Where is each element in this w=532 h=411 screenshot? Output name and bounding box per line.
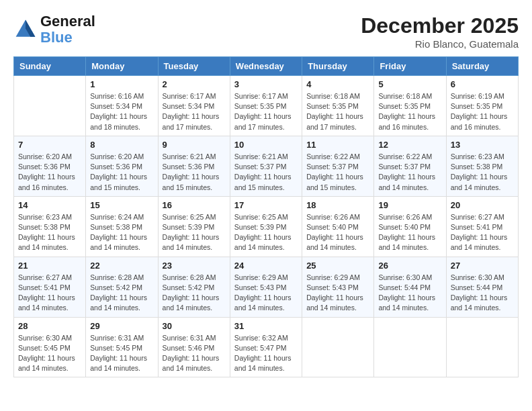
day-number: 21	[18, 261, 81, 271]
calendar-day-cell: 26 Sunrise: 6:30 AM Sunset: 5:44 PM Dayl…	[374, 257, 446, 317]
sunrise-text: Sunrise: 6:21 AM	[163, 152, 216, 161]
sunset-text: Sunset: 5:35 PM	[378, 102, 431, 110]
day-number: 1	[90, 79, 153, 89]
day-info: Sunrise: 6:24 AM Sunset: 5:38 PM Dayligh…	[90, 212, 153, 253]
calendar-day-cell: 25 Sunrise: 6:29 AM Sunset: 5:43 PM Dayl…	[302, 257, 374, 317]
weekday-header: Friday	[374, 57, 446, 76]
calendar-day-cell: 13 Sunrise: 6:23 AM Sunset: 5:38 PM Dayl…	[446, 136, 518, 196]
sunrise-text: Sunrise: 6:27 AM	[451, 213, 504, 221]
sunrise-text: Sunrise: 6:30 AM	[18, 334, 72, 342]
sunrise-text: Sunrise: 6:26 AM	[378, 213, 432, 221]
sunset-text: Sunset: 5:35 PM	[234, 102, 287, 110]
day-info: Sunrise: 6:29 AM Sunset: 5:43 PM Dayligh…	[306, 273, 369, 314]
day-number: 23	[163, 261, 226, 271]
sunrise-text: Sunrise: 6:26 AM	[306, 213, 360, 221]
sunset-text: Sunset: 5:43 PM	[306, 283, 359, 291]
calendar-day-cell: 22 Sunrise: 6:28 AM Sunset: 5:42 PM Dayl…	[86, 257, 158, 317]
day-number: 29	[90, 321, 153, 331]
daylight-text: Daylight: 11 hours and 14 minutes.	[234, 233, 292, 251]
calendar-week-row: 7 Sunrise: 6:20 AM Sunset: 5:36 PM Dayli…	[14, 136, 519, 196]
daylight-text: Daylight: 11 hours and 14 minutes.	[18, 354, 75, 372]
daylight-text: Daylight: 11 hours and 16 minutes.	[18, 173, 75, 191]
sunset-text: Sunset: 5:45 PM	[90, 344, 142, 352]
daylight-text: Daylight: 11 hours and 14 minutes.	[163, 293, 220, 312]
sunrise-text: Sunrise: 6:24 AM	[90, 213, 144, 221]
day-info: Sunrise: 6:20 AM Sunset: 5:36 PM Dayligh…	[90, 152, 153, 193]
day-number: 24	[234, 261, 298, 271]
sunrise-text: Sunrise: 6:30 AM	[378, 273, 432, 281]
daylight-text: Daylight: 11 hours and 15 minutes.	[90, 173, 147, 191]
daylight-text: Daylight: 11 hours and 18 minutes.	[90, 112, 147, 130]
sunrise-text: Sunrise: 6:16 AM	[90, 92, 144, 100]
sunrise-text: Sunrise: 6:22 AM	[378, 152, 432, 161]
sunrise-text: Sunrise: 6:19 AM	[451, 92, 504, 100]
sunrise-text: Sunrise: 6:17 AM	[163, 92, 216, 100]
calendar-day-cell: 4 Sunrise: 6:18 AM Sunset: 5:35 PM Dayli…	[302, 76, 374, 136]
sunrise-text: Sunrise: 6:30 AM	[451, 273, 504, 281]
calendar-week-row: 21 Sunrise: 6:27 AM Sunset: 5:41 PM Dayl…	[14, 257, 519, 317]
day-number: 5	[378, 79, 441, 89]
day-info: Sunrise: 6:21 AM Sunset: 5:37 PM Dayligh…	[234, 152, 298, 193]
day-info: Sunrise: 6:29 AM Sunset: 5:43 PM Dayligh…	[234, 273, 298, 314]
sunset-text: Sunset: 5:38 PM	[451, 163, 503, 171]
calendar-day-cell: 10 Sunrise: 6:21 AM Sunset: 5:37 PM Dayl…	[230, 136, 302, 196]
sunset-text: Sunset: 5:37 PM	[234, 163, 287, 171]
calendar-day-cell: 9 Sunrise: 6:21 AM Sunset: 5:36 PM Dayli…	[158, 136, 230, 196]
calendar-day-cell: 23 Sunrise: 6:28 AM Sunset: 5:42 PM Dayl…	[158, 257, 230, 317]
day-info: Sunrise: 6:27 AM Sunset: 5:41 PM Dayligh…	[18, 273, 81, 314]
calendar-day-cell: 20 Sunrise: 6:27 AM Sunset: 5:41 PM Dayl…	[446, 196, 518, 257]
calendar-day-cell: 7 Sunrise: 6:20 AM Sunset: 5:36 PM Dayli…	[14, 136, 86, 196]
sunset-text: Sunset: 5:42 PM	[90, 283, 142, 291]
sunrise-text: Sunrise: 6:23 AM	[18, 213, 72, 221]
day-number: 25	[306, 261, 369, 271]
day-number: 19	[378, 200, 441, 210]
day-info: Sunrise: 6:23 AM Sunset: 5:38 PM Dayligh…	[18, 212, 81, 253]
sunrise-text: Sunrise: 6:20 AM	[18, 152, 72, 161]
daylight-text: Daylight: 11 hours and 14 minutes.	[451, 233, 508, 251]
sunrise-text: Sunrise: 6:23 AM	[451, 152, 504, 161]
calendar-day-cell: 6 Sunrise: 6:19 AM Sunset: 5:35 PM Dayli…	[446, 76, 518, 136]
day-number: 8	[90, 140, 153, 150]
calendar-day-cell: 1 Sunrise: 6:16 AM Sunset: 5:34 PM Dayli…	[86, 76, 158, 136]
day-number: 20	[451, 200, 514, 210]
daylight-text: Daylight: 11 hours and 16 minutes.	[451, 112, 508, 130]
day-info: Sunrise: 6:32 AM Sunset: 5:47 PM Dayligh…	[234, 333, 298, 374]
day-info: Sunrise: 6:30 AM Sunset: 5:45 PM Dayligh…	[18, 333, 81, 374]
calendar-day-cell: 21 Sunrise: 6:27 AM Sunset: 5:41 PM Dayl…	[14, 257, 86, 317]
calendar-day-cell: 27 Sunrise: 6:30 AM Sunset: 5:44 PM Dayl…	[446, 257, 518, 317]
sunset-text: Sunset: 5:44 PM	[378, 283, 431, 291]
day-info: Sunrise: 6:17 AM Sunset: 5:35 PM Dayligh…	[234, 91, 298, 132]
day-number: 30	[163, 321, 226, 331]
sunset-text: Sunset: 5:35 PM	[451, 102, 503, 110]
daylight-text: Daylight: 11 hours and 16 minutes.	[378, 112, 435, 130]
day-info: Sunrise: 6:25 AM Sunset: 5:39 PM Dayligh…	[234, 212, 298, 253]
weekday-header-row: SundayMondayTuesdayWednesdayThursdayFrid…	[14, 57, 519, 76]
logo-icon	[13, 17, 38, 42]
daylight-text: Daylight: 11 hours and 14 minutes.	[90, 293, 147, 312]
day-number: 9	[163, 140, 226, 150]
sunrise-text: Sunrise: 6:27 AM	[18, 273, 72, 281]
logo-general: General	[40, 13, 95, 30]
month-year-title: December 2025	[361, 13, 519, 38]
calendar-day-cell: 8 Sunrise: 6:20 AM Sunset: 5:36 PM Dayli…	[86, 136, 158, 196]
weekday-header: Monday	[86, 57, 158, 76]
day-info: Sunrise: 6:20 AM Sunset: 5:36 PM Dayligh…	[18, 152, 81, 193]
day-number: 11	[306, 140, 369, 150]
sunrise-text: Sunrise: 6:25 AM	[163, 213, 216, 221]
calendar-day-cell: 31 Sunrise: 6:32 AM Sunset: 5:47 PM Dayl…	[230, 317, 302, 377]
day-number: 27	[451, 261, 514, 271]
day-info: Sunrise: 6:31 AM Sunset: 5:46 PM Dayligh…	[163, 333, 226, 374]
sunset-text: Sunset: 5:35 PM	[306, 102, 359, 110]
sunset-text: Sunset: 5:34 PM	[90, 102, 142, 110]
weekday-header: Wednesday	[230, 57, 302, 76]
sunset-text: Sunset: 5:37 PM	[306, 163, 359, 171]
calendar-day-cell: 24 Sunrise: 6:29 AM Sunset: 5:43 PM Dayl…	[230, 257, 302, 317]
day-number: 18	[306, 200, 369, 210]
daylight-text: Daylight: 11 hours and 14 minutes.	[378, 293, 435, 312]
sunset-text: Sunset: 5:43 PM	[234, 283, 287, 291]
calendar-week-row: 14 Sunrise: 6:23 AM Sunset: 5:38 PM Dayl…	[14, 196, 519, 257]
day-info: Sunrise: 6:30 AM Sunset: 5:44 PM Dayligh…	[378, 273, 441, 314]
calendar-day-cell: 28 Sunrise: 6:30 AM Sunset: 5:45 PM Dayl…	[14, 317, 86, 377]
day-info: Sunrise: 6:19 AM Sunset: 5:35 PM Dayligh…	[451, 91, 514, 132]
day-info: Sunrise: 6:26 AM Sunset: 5:40 PM Dayligh…	[306, 212, 369, 253]
